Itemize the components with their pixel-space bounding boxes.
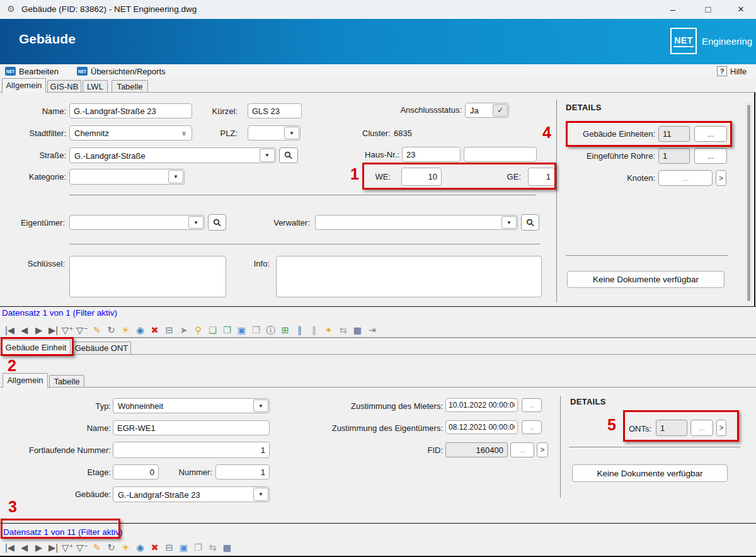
onts-arrow-button[interactable]: > [716, 420, 726, 436]
filter-add-icon[interactable]: ▽⁺ [60, 541, 75, 554]
kuerzel-input[interactable] [248, 103, 302, 118]
tab-tabelle[interactable]: Tabelle [112, 80, 148, 93]
transfer-icon[interactable]: ⇆ [205, 541, 220, 554]
polygon-icon[interactable]: ❏ [205, 323, 220, 337]
zustimmung-mieters-date-button[interactable]: .. [522, 398, 542, 412]
documents-button-lower[interactable]: Keine Dokumente verfügbar [572, 464, 728, 482]
image-add-icon[interactable]: ⊞ [278, 323, 292, 337]
polygon-copy-icon[interactable]: ❐ [220, 323, 234, 337]
globe-sync-icon[interactable]: ◉ [133, 323, 147, 337]
next-record-icon[interactable]: ▶ [32, 541, 46, 554]
transfer-icon[interactable]: ⇆ [336, 323, 350, 337]
new-record-icon[interactable]: ☀ [118, 541, 133, 554]
close-button[interactable]: × [726, 0, 756, 19]
tab-lwl[interactable]: LWL [83, 80, 108, 93]
zustimmung-mieters-input[interactable] [445, 398, 518, 412]
dropdown-icon[interactable]: ▼ [253, 399, 268, 412]
delete-icon[interactable]: ✖ [147, 323, 162, 337]
dropdown-icon[interactable]: ▼ [188, 216, 203, 229]
dropdown-icon[interactable]: ▼ [253, 488, 268, 501]
filter-add-icon[interactable]: ▽⁺ [60, 323, 75, 337]
hausnr2-input[interactable] [464, 147, 537, 162]
next-record-icon[interactable]: ▶ [32, 323, 46, 337]
scrollbar-thumb[interactable] [747, 105, 750, 301]
eigentuemer-search-button[interactable]: ⚲ [208, 214, 226, 231]
edit-pencil-icon[interactable]: ✎ [89, 323, 104, 337]
print-icon[interactable]: ⊟ [162, 541, 176, 554]
menu-bearbeiten[interactable]: NET Bearbeiten [5, 64, 59, 78]
dropdown-icon[interactable]: ▼ [168, 170, 183, 183]
zustimmung-eigentuemers-input[interactable] [445, 420, 518, 434]
verwalter-combobox[interactable]: ▼ [315, 215, 518, 230]
dropdown-icon[interactable]: ▼ [501, 216, 517, 229]
delete-icon[interactable]: ✖ [147, 541, 162, 554]
menu-uebersichten-reports[interactable]: NET Übersichten/Reports [77, 64, 166, 78]
fortlaufende-nummer-input[interactable] [113, 442, 270, 458]
new-record-icon[interactable]: ☀ [118, 323, 133, 337]
dropdown-icon[interactable]: ▼ [260, 149, 275, 162]
fid-more-button[interactable]: ... [510, 442, 534, 457]
schluessel-textarea[interactable] [69, 256, 226, 297]
tab-allgemein[interactable]: Allgemein [2, 78, 46, 93]
strasse-combobox[interactable]: G.-Landgraf-Straße ▼ [69, 147, 276, 163]
zustimmung-eigentuemers-date-button[interactable]: .. [522, 420, 542, 434]
table-edit-icon[interactable]: ▦ [350, 323, 365, 337]
strasse-search-button[interactable]: ⚲ [279, 147, 298, 163]
plz-combobox[interactable]: ▼ [248, 125, 301, 141]
previous-record-icon[interactable]: ◀ [17, 541, 32, 554]
eigentuemer-combobox[interactable]: ▼ [69, 215, 205, 230]
fid-arrow-button[interactable]: > [537, 442, 548, 457]
unit-name-input[interactable] [113, 420, 270, 435]
measure-alt-icon[interactable]: ∥ [307, 323, 321, 337]
copy-icon[interactable]: ❐ [249, 323, 263, 337]
report-new-icon[interactable]: ✦ [321, 323, 336, 337]
subtab-gebaeude-einheit[interactable]: Gebäude Einheit [1, 340, 71, 355]
knoten-arrow-button[interactable]: > [716, 170, 726, 186]
innertab-allgemein[interactable]: Allgemein [3, 373, 48, 388]
nummer-input[interactable] [215, 464, 270, 479]
minimize-button[interactable]: – [658, 0, 688, 19]
first-record-icon[interactable]: |◀ [3, 541, 17, 554]
select-region-icon[interactable]: ▣ [176, 541, 191, 554]
innertab-tabelle[interactable]: Tabelle [49, 375, 84, 388]
documents-button[interactable]: Keine Dokumente verfügbar [567, 271, 724, 288]
check-icon[interactable]: ✓ [493, 104, 508, 117]
gebaeude-combobox[interactable]: G.-Landgraf-Straße 23 ▼ [113, 486, 270, 502]
dropdown-icon[interactable]: ▼ [284, 127, 299, 139]
gebaeude-einheiten-more-button[interactable]: ... [694, 126, 727, 142]
edit-pencil-icon[interactable]: ✎ [89, 541, 104, 554]
select-cursor-icon[interactable]: ➤ [176, 323, 191, 337]
first-record-icon[interactable]: |◀ [3, 323, 17, 337]
print-icon[interactable]: ⊟ [162, 323, 176, 337]
hausnr-input[interactable] [402, 147, 461, 162]
info-textarea[interactable] [276, 256, 542, 297]
onts-more-button[interactable]: ... [690, 420, 713, 436]
info-icon[interactable]: ⓘ [263, 323, 278, 337]
typ-combobox[interactable]: Wohneinheit ▼ [113, 398, 270, 413]
stadtfilter-select[interactable]: Chemnitz ∨ [69, 125, 192, 141]
select-region-icon[interactable]: ▣ [234, 323, 249, 337]
copy-icon[interactable]: ❐ [191, 541, 205, 554]
filter-remove-icon[interactable]: ▽⁻ [75, 323, 89, 337]
name-input[interactable] [69, 103, 192, 118]
tab-gis-nb[interactable]: GIS-NB [47, 80, 81, 93]
menu-hilfe[interactable]: ? Hilfe [717, 64, 747, 78]
we-input[interactable] [401, 168, 442, 186]
eingefuehrte-rohre-more-button[interactable]: ... [694, 148, 727, 164]
knoten-field[interactable]: ... [658, 170, 713, 186]
subtab-gebaeude-ont[interactable]: Gebäude ONT [72, 342, 131, 355]
refresh-icon[interactable]: ↻ [104, 541, 118, 554]
kategorie-combobox[interactable]: ▼ [69, 169, 185, 185]
anschlussstatus-field[interactable]: Ja ✓ [465, 103, 509, 118]
scrollbar-track[interactable] [745, 103, 752, 304]
table-edit-icon[interactable]: ▦ [220, 541, 234, 554]
verwalter-search-button[interactable]: ⚲ [521, 214, 539, 231]
zoom-search-icon[interactable]: ⚲ [191, 323, 205, 337]
ge-input[interactable] [528, 168, 555, 186]
maximize-button[interactable]: □ [693, 0, 723, 19]
last-record-icon[interactable]: ▶| [46, 541, 60, 554]
exit-icon[interactable]: ⇥ [365, 323, 379, 337]
filter-remove-icon[interactable]: ▽⁻ [75, 541, 89, 554]
previous-record-icon[interactable]: ◀ [17, 323, 32, 337]
last-record-icon[interactable]: ▶| [46, 323, 60, 337]
